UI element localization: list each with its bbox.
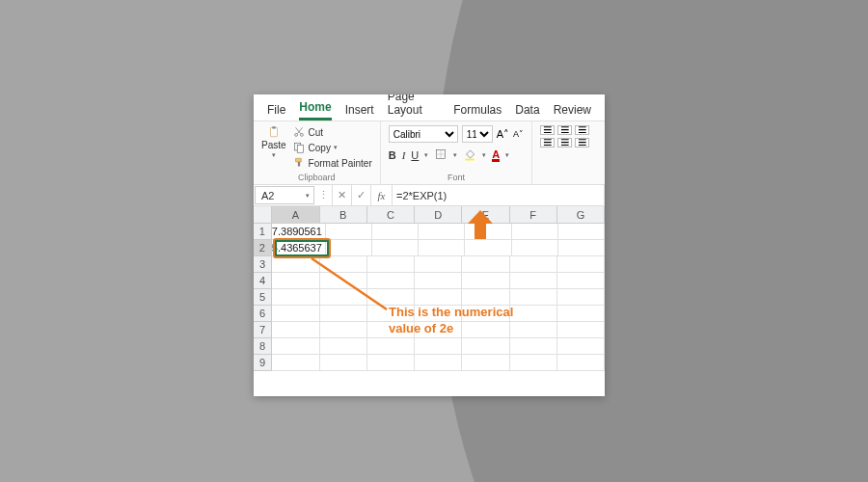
cell-B1[interactable] — [326, 224, 372, 240]
cell-D5[interactable] — [415, 289, 462, 306]
cell-F5[interactable] — [510, 289, 557, 306]
cell-C8[interactable] — [367, 338, 415, 355]
cell-C2[interactable] — [372, 240, 419, 256]
cell-G5[interactable] — [557, 289, 605, 306]
font-size-select[interactable]: 11 — [462, 125, 493, 143]
cell-A8[interactable] — [272, 338, 319, 355]
cell-C5[interactable] — [367, 289, 415, 306]
tab-pagelayout[interactable]: Page Layout — [388, 94, 441, 120]
cell-A4[interactable] — [272, 273, 319, 289]
tab-formulas[interactable]: Formulas — [453, 103, 502, 120]
cell-E5[interactable] — [462, 289, 509, 306]
row-header-4[interactable]: 4 — [254, 273, 272, 289]
font-color-button[interactable]: A — [492, 149, 500, 162]
align-right-button[interactable]: ≡ — [575, 138, 589, 147]
cell-C7[interactable] — [367, 322, 415, 338]
cell-E7[interactable] — [462, 322, 509, 338]
decrease-font-button[interactable]: A˅ — [513, 129, 524, 139]
cell-B8[interactable] — [320, 338, 367, 355]
cell-F6[interactable] — [510, 306, 557, 322]
cell-F2[interactable] — [512, 240, 558, 256]
align-center-button[interactable]: ≡ — [557, 138, 572, 147]
cell-C4[interactable] — [367, 273, 415, 289]
cell-G9[interactable] — [557, 355, 605, 371]
cell-F9[interactable] — [510, 355, 557, 371]
cell-E8[interactable] — [462, 338, 509, 355]
cell-B7[interactable] — [320, 322, 367, 338]
align-left-button[interactable]: ≡ — [540, 138, 555, 147]
cell-E4[interactable] — [462, 273, 509, 289]
row-header-2[interactable]: 2 — [254, 240, 272, 256]
cell-A7[interactable] — [272, 322, 319, 338]
tab-home[interactable]: Home — [299, 100, 331, 120]
tab-review[interactable]: Review — [554, 103, 591, 120]
cell-D4[interactable] — [415, 273, 462, 289]
cell-B4[interactable] — [320, 273, 367, 289]
fill-color-button[interactable] — [463, 147, 476, 163]
cell-F4[interactable] — [510, 273, 557, 289]
cell-E2[interactable] — [465, 240, 511, 256]
cell-D6[interactable] — [415, 306, 462, 322]
row-header-7[interactable]: 7 — [254, 322, 272, 338]
italic-button[interactable]: I — [402, 149, 406, 161]
font-family-select[interactable]: Calibri — [389, 125, 458, 143]
formula-input[interactable]: =2*EXP(1) — [393, 185, 605, 205]
format-painter-button[interactable]: Format Painter — [292, 156, 372, 170]
row-header-9[interactable]: 9 — [254, 355, 272, 371]
increase-font-button[interactable]: A˄ — [497, 128, 509, 141]
cell-F8[interactable] — [510, 338, 557, 355]
cell-A9[interactable] — [272, 355, 319, 371]
cell-D3[interactable] — [415, 256, 462, 273]
name-box[interactable]: A2▾ — [255, 186, 314, 204]
row-header-5[interactable]: 5 — [254, 289, 272, 306]
cell-G3[interactable] — [557, 256, 605, 273]
cell-G8[interactable] — [557, 338, 605, 355]
cell-G7[interactable] — [557, 322, 605, 338]
row-header-3[interactable]: 3 — [254, 256, 272, 273]
cell-G2[interactable] — [558, 240, 605, 256]
cell-D7[interactable] — [415, 322, 462, 338]
confirm-formula-button[interactable]: ✓ — [352, 185, 371, 205]
col-header-D[interactable]: D — [415, 206, 462, 224]
col-header-G[interactable]: G — [557, 206, 605, 224]
cell-D2[interactable] — [419, 240, 465, 256]
cell-C1[interactable] — [372, 224, 419, 240]
cut-button[interactable]: Cut — [292, 125, 372, 139]
paste-button[interactable]: Paste ▾ — [261, 125, 286, 170]
cell-B2[interactable] — [326, 240, 372, 256]
underline-button[interactable]: U — [411, 149, 419, 161]
fx-button[interactable]: fx — [371, 185, 393, 205]
cell-D1[interactable] — [419, 224, 465, 240]
cell-G6[interactable] — [557, 306, 605, 322]
cell-D9[interactable] — [415, 355, 462, 371]
cell-F7[interactable] — [510, 322, 557, 338]
row-header-6[interactable]: 6 — [254, 306, 272, 322]
col-header-A[interactable]: A — [272, 206, 319, 224]
bold-button[interactable]: B — [389, 149, 396, 161]
cell-B3[interactable] — [320, 256, 367, 273]
cancel-formula-button[interactable]: ✕ — [333, 185, 352, 205]
cell-A6[interactable] — [272, 306, 319, 322]
cell-G1[interactable] — [558, 224, 605, 240]
cell-A1[interactable]: 7.3890561 — [272, 224, 326, 240]
cell-C3[interactable] — [367, 256, 415, 273]
paste-dropdown[interactable]: ▾ — [272, 151, 276, 159]
col-header-C[interactable]: C — [367, 206, 415, 224]
cell-C9[interactable] — [367, 355, 415, 371]
tab-data[interactable]: Data — [515, 103, 539, 120]
cell-F1[interactable] — [512, 224, 558, 240]
tab-file[interactable]: File — [267, 103, 285, 120]
cell-E9[interactable] — [462, 355, 509, 371]
col-header-F[interactable]: F — [510, 206, 557, 224]
cell-G4[interactable] — [557, 273, 605, 289]
select-all-corner[interactable] — [254, 206, 272, 224]
cell-B5[interactable] — [320, 289, 367, 306]
cell-A5[interactable] — [272, 289, 319, 306]
cell-E6[interactable] — [462, 306, 509, 322]
border-button[interactable] — [434, 147, 448, 163]
cell-F3[interactable] — [510, 256, 557, 273]
row-header-1[interactable]: 1 — [254, 224, 272, 240]
cell-B6[interactable] — [320, 306, 367, 322]
cell-D8[interactable] — [415, 338, 462, 355]
cell-E3[interactable] — [462, 256, 509, 273]
